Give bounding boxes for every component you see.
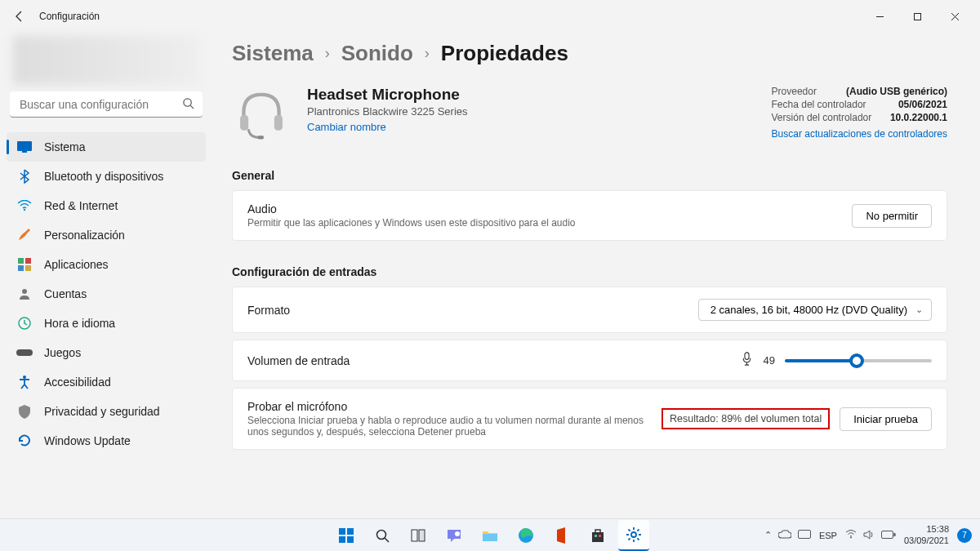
taskbar-edge[interactable] [510,520,541,551]
taskbar-settings[interactable] [618,520,649,551]
accessibility-icon [16,374,33,390]
wifi-tray-icon[interactable] [845,530,857,540]
close-button[interactable] [936,3,973,29]
section-general: General [232,169,947,182]
svg-rect-3 [22,151,27,153]
driver-info: Proveedor(Audio USB genérico) Fecha del … [772,86,947,140]
disallow-button[interactable]: No permitir [852,204,932,228]
language-indicator[interactable]: ESP [819,531,837,540]
test-mic-title: Probar el micrófono [247,400,662,413]
user-profile[interactable] [13,36,199,85]
volume-slider[interactable] [785,359,932,362]
chevron-down-icon: ⌄ [915,304,923,315]
sidebar-item-label: Bluetooth y dispositivos [44,170,163,183]
format-card: Formato 2 canales, 16 bit, 48000 Hz (DVD… [232,287,947,333]
svg-rect-2 [17,141,32,151]
svg-rect-8 [25,265,31,271]
taskbar-search[interactable] [367,520,398,551]
onedrive-icon[interactable] [778,530,791,540]
svg-point-21 [377,530,386,539]
taskbar-clock[interactable]: 15:38 03/09/2021 [904,524,949,545]
svg-rect-20 [347,536,354,543]
format-select[interactable]: 2 canales, 16 bit, 48000 Hz (DVD Quality… [698,299,932,321]
svg-point-24 [455,531,460,536]
svg-rect-27 [592,532,604,542]
sidebar-item-juegos[interactable]: Juegos [7,338,206,367]
svg-rect-6 [25,258,31,264]
volume-tray-icon[interactable] [863,530,875,541]
sidebar-item-label: Accesibilidad [44,375,111,389]
svg-rect-29 [599,535,601,537]
apps-icon [16,256,33,273]
headset-icon [232,86,291,148]
sidebar-item-label: Red & Internet [44,199,118,212]
svg-rect-34 [893,533,895,536]
svg-rect-23 [419,530,425,541]
taskbar-chat[interactable] [439,520,470,551]
sidebar-item-sistema[interactable]: Sistema [7,132,206,162]
sidebar-item-personalizacion[interactable]: Personalización [7,220,206,250]
svg-rect-25 [483,534,497,541]
breadcrumb-sistema[interactable]: Sistema [232,41,314,66]
shield-icon [16,403,33,420]
start-test-button[interactable]: Iniciar prueba [840,407,932,431]
game-icon [16,344,33,361]
wifi-icon [16,198,33,214]
svg-point-4 [24,209,25,211]
sidebar-item-cuentas[interactable]: Cuentas [7,279,206,309]
test-mic-card: Probar el micrófono Selecciona Iniciar p… [232,388,947,450]
audio-desc: Permitir que las aplicaciones y Windows … [247,217,852,229]
sidebar-item-aplicaciones[interactable]: Aplicaciones [7,250,206,279]
back-button[interactable] [7,3,33,29]
battery-tray-icon[interactable] [881,531,896,540]
microphone-icon[interactable] [740,352,754,369]
driver-update-link[interactable]: Buscar actualizaciones de controladores [772,128,947,140]
test-mic-desc: Selecciona Iniciar prueba y habla o repr… [247,415,662,438]
start-button[interactable] [331,520,362,551]
task-view[interactable] [403,520,434,551]
taskbar-store[interactable] [582,520,613,551]
maximize-button[interactable] [898,3,936,29]
sidebar-item-accesibilidad[interactable]: Accesibilidad [7,367,206,397]
format-label: Formato [247,304,698,317]
svg-rect-14 [274,115,283,131]
sidebar-item-update[interactable]: Windows Update [7,426,206,455]
breadcrumb-sonido[interactable]: Sonido [341,41,413,66]
minimize-button[interactable] [861,3,898,29]
svg-rect-19 [339,536,345,543]
breadcrumb-propiedades: Propiedades [441,41,568,66]
tray-chevron-icon[interactable]: ⌃ [764,530,772,540]
audio-title: Audio [247,202,852,216]
sidebar-item-label: Sistema [44,140,86,153]
svg-rect-22 [412,530,417,541]
keyboard-icon[interactable] [798,530,811,540]
sidebar-item-privacidad[interactable]: Privacidad y seguridad [7,397,206,426]
volume-value: 49 [764,354,775,367]
chevron-right-icon: › [325,45,330,62]
input-volume-card: Volumen de entrada 49 [232,340,947,381]
search-input[interactable] [10,91,203,118]
system-icon [16,139,33,155]
audio-permission-card: Audio Permitir que las aplicaciones y Wi… [232,190,947,241]
svg-rect-31 [798,531,810,539]
taskbar-office[interactable] [546,520,577,551]
svg-rect-0 [914,13,920,20]
taskbar: ⌃ ESP 15:38 03/09/2021 7 [0,518,980,551]
svg-point-32 [850,537,852,539]
sidebar-item-bluetooth[interactable]: Bluetooth y dispositivos [7,162,206,191]
svg-point-1 [184,99,191,106]
update-icon [16,433,33,449]
sidebar-item-red[interactable]: Red & Internet [7,191,206,220]
sidebar-item-label: Juegos [44,346,81,359]
taskbar-explorer[interactable] [474,520,506,551]
rename-link[interactable]: Cambiar nombre [307,121,386,133]
svg-rect-5 [18,258,24,264]
device-model: Plantronics Blackwire 3225 Series [307,105,468,118]
notification-badge[interactable]: 7 [957,528,972,543]
svg-rect-11 [16,349,33,356]
sidebar-item-label: Hora e idioma [44,317,115,330]
section-input-config: Configuración de entradas [232,265,947,278]
svg-rect-28 [595,535,597,537]
sidebar-item-label: Privacidad y seguridad [44,405,160,418]
sidebar-item-hora[interactable]: Hora e idioma [7,309,206,338]
